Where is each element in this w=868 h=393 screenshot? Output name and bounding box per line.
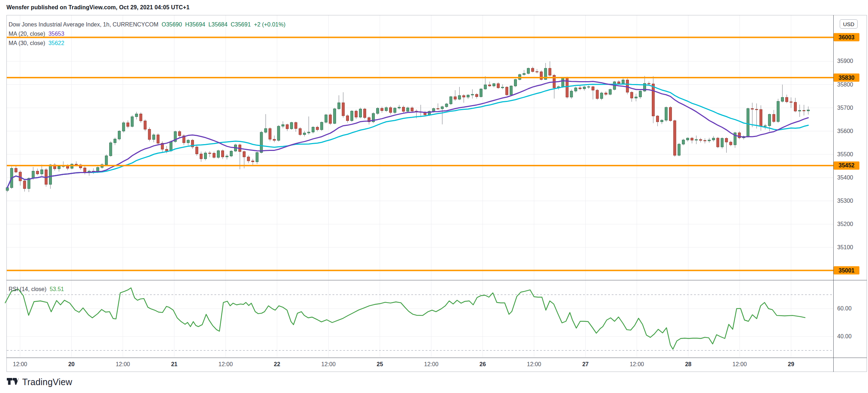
candle-up — [695, 139, 698, 140]
rsi-tick-label: 40.00 — [837, 333, 852, 340]
candle-down — [252, 161, 254, 162]
time-tick-label: 12:00 — [116, 361, 130, 368]
candle-up — [635, 97, 637, 98]
candle-down — [454, 97, 456, 99]
candle-up — [320, 122, 323, 130]
candle-down — [772, 114, 775, 122]
candle-down — [295, 123, 297, 129]
price-tick-label: 35600 — [837, 128, 853, 134]
candle-up — [118, 131, 121, 139]
candle-up — [501, 87, 504, 88]
candle-down — [751, 109, 753, 109]
legend-spacer — [47, 286, 50, 292]
candle-up — [484, 85, 486, 89]
candle-down — [656, 116, 659, 122]
candle-up — [204, 153, 207, 159]
time-tick-label: 12:00 — [630, 361, 644, 368]
symbol-legend-row[interactable]: Dow Jones Industrial Average Index, 1h, … — [9, 20, 285, 29]
candle-down — [699, 139, 702, 141]
candle-up — [394, 108, 396, 112]
candle-down — [213, 153, 215, 157]
candle-up — [807, 110, 810, 111]
candle-up — [480, 89, 482, 97]
candle-up — [747, 109, 749, 137]
candle-up — [523, 73, 525, 74]
candle-up — [471, 94, 474, 95]
ma30-value: 35622 — [48, 40, 64, 46]
candle-up — [290, 123, 293, 129]
candle-down — [596, 90, 598, 98]
rsi-label: RSI (14, close) — [9, 286, 47, 292]
ma20-value: 35653 — [48, 31, 64, 37]
time-tick-label: 28 — [685, 361, 692, 368]
candle-down — [790, 102, 792, 103]
candle-up — [665, 107, 668, 120]
candle-up — [587, 87, 590, 87]
level-price-tag: 36003 — [834, 33, 859, 41]
tradingview-attribution[interactable]: TradingView — [6, 377, 72, 387]
candle-up — [661, 120, 663, 122]
candle-up — [600, 93, 603, 99]
chart-legend[interactable]: Dow Jones Industrial Average Index, 1h, … — [9, 20, 285, 48]
candle-up — [350, 111, 353, 121]
candle-up — [574, 88, 577, 91]
chart-canvas[interactable] — [0, 0, 868, 372]
candle-up — [325, 115, 327, 122]
ma20-legend-row[interactable]: MA (20, close) 35653 — [9, 29, 285, 39]
currency-toggle-button[interactable]: USD — [840, 19, 858, 29]
candle-down — [579, 88, 581, 89]
candle-up — [639, 91, 641, 97]
candle-down — [549, 68, 551, 75]
candle-up — [265, 128, 267, 132]
candle-up — [570, 91, 573, 97]
legend-spacer — [45, 40, 48, 46]
candle-up — [609, 89, 611, 94]
candle-down — [411, 108, 413, 111]
candle-up — [260, 132, 263, 153]
time-tick-label: 22 — [274, 361, 280, 368]
candle-down — [36, 171, 39, 174]
candle-down — [669, 107, 672, 121]
candle-down — [363, 109, 366, 118]
price-tick-label: 35300 — [837, 198, 853, 204]
candle-up — [712, 138, 715, 140]
pane-separator[interactable] — [6, 280, 867, 280]
candle-down — [342, 103, 344, 116]
candle-down — [329, 115, 331, 123]
candle-up — [708, 140, 711, 141]
time-tick-label: 12:00 — [732, 361, 747, 368]
candle-up — [441, 107, 443, 109]
candle-up — [583, 87, 586, 89]
candle-down — [286, 124, 288, 129]
candle-up — [445, 104, 448, 107]
rsi-line — [5, 288, 805, 349]
candle-up — [105, 156, 108, 165]
candle-down — [462, 95, 465, 97]
candle-down — [648, 83, 650, 84]
candle-down — [488, 85, 491, 86]
candle-up — [40, 170, 43, 174]
candle-down — [381, 108, 383, 111]
candle-up — [450, 97, 452, 104]
candle-up — [764, 126, 766, 127]
rsi-value: 53.51 — [50, 286, 64, 292]
candle-down — [178, 132, 181, 136]
candle-up — [510, 86, 513, 95]
candle-down — [222, 151, 224, 157]
price-tick-label: 35700 — [837, 105, 853, 111]
candle-down — [75, 164, 77, 165]
ma30-legend-row[interactable]: MA (30, close) 35622 — [9, 39, 285, 48]
candle-down — [630, 92, 633, 98]
candle-up — [385, 108, 388, 110]
candle-up — [110, 143, 112, 156]
candle-up — [122, 123, 125, 131]
candle-down — [144, 121, 146, 129]
candle-up — [493, 84, 495, 86]
candle-down — [437, 109, 439, 109]
price-tick-label: 35900 — [837, 58, 853, 64]
time-tick-label: 26 — [479, 361, 486, 368]
candle-up — [226, 156, 228, 157]
candle-up — [32, 171, 34, 178]
candle-up — [217, 151, 219, 157]
rsi-legend-row[interactable]: RSI (14, close) 53.51 — [9, 286, 64, 293]
